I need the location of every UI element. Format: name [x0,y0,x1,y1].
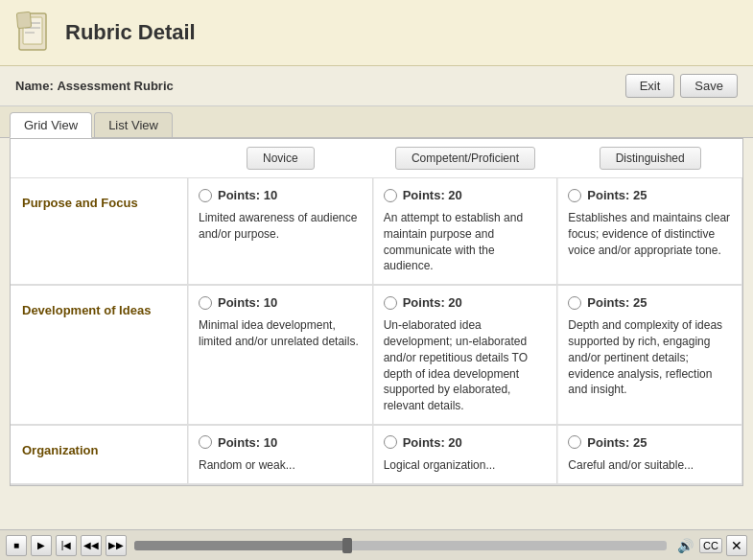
development-distinguished-radio[interactable] [568,296,581,310]
grid-table: Novice Competent/Proficient Distinguishe… [10,138,743,486]
organization-distinguished-cell: Points: 25 Careful and/or suitable... [557,426,742,483]
development-competent-points: Points: 20 [403,295,462,310]
purpose-competent-desc: An attempt to establish and maintain pur… [384,210,548,274]
progress-fill [134,541,347,550]
save-button[interactable]: Save [680,74,738,98]
development-distinguished-points: Points: 25 [587,295,647,310]
development-novice-points: Points: 10 [218,295,277,310]
novice-header: Novice [247,147,315,170]
name-value: Assessment Rubric [57,79,173,93]
purpose-distinguished-radio[interactable] [568,189,581,202]
purpose-competent-cell: Points: 20 An attempt to establish and m… [373,178,558,284]
main-content-wrapper: Novice Competent/Proficient Distinguishe… [0,138,753,496]
skip-back-button[interactable]: |◀ [56,535,77,556]
purpose-distinguished-points-row: Points: 25 [568,188,732,202]
purpose-novice-points: Points: 10 [218,188,277,202]
development-competent-points-row: Points: 20 [384,295,548,310]
progress-thumb[interactable] [342,538,352,553]
distinguished-header-cell: Distinguished [557,139,742,177]
exit-button[interactable]: Exit [625,74,675,98]
purpose-competent-radio[interactable] [384,189,397,202]
development-competent-cell: Points: 20 Un-elaborated idea developmen… [373,286,558,424]
tab-grid-view[interactable]: Grid View [10,112,92,138]
organization-distinguished-radio[interactable] [568,435,581,449]
toolbar: Name: Assessment Rubric Exit Save [0,66,753,106]
competent-header-cell: Competent/Proficient [373,139,558,177]
svg-rect-5 [16,12,31,28]
empty-header [11,139,188,177]
organization-distinguished-points-row: Points: 25 [568,435,732,450]
toolbar-buttons: Exit Save [625,74,738,98]
distinguished-header: Distinguished [600,147,701,170]
column-headers: Novice Competent/Proficient Distinguishe… [11,139,742,178]
purpose-distinguished-points: Points: 25 [587,188,647,202]
organization-competent-points: Points: 20 [403,435,462,450]
development-novice-cell: Points: 10 Minimal idea development, lim… [188,286,373,424]
organization-novice-points: Points: 10 [218,435,277,450]
competent-header: Competent/Proficient [395,147,535,170]
organization-competent-desc: Logical organization... [384,457,548,474]
rubric-icon [15,12,52,54]
organization-distinguished-desc: Careful and/or suitable... [568,457,732,474]
purpose-label: Purpose and Focus [11,178,188,284]
view-tabs: Grid View List View [0,106,753,138]
table-row: Purpose and Focus Points: 10 Limited awa… [11,178,742,286]
table-row: Organization Points: 10 Random or weak..… [11,426,742,485]
development-novice-points-row: Points: 10 [199,295,363,310]
development-distinguished-points-row: Points: 25 [568,295,732,310]
name-label: Name: [15,79,54,93]
purpose-competent-points: Points: 20 [403,188,462,202]
organization-novice-desc: Random or weak... [199,457,363,474]
novice-header-cell: Novice [188,139,373,177]
organization-distinguished-points: Points: 25 [587,435,647,450]
purpose-competent-points-row: Points: 20 [384,188,548,202]
stop-button[interactable]: ■ [6,535,27,556]
purpose-distinguished-desc: Establishes and maintains clear focus; e… [568,210,732,258]
play-button[interactable]: ▶ [31,535,52,556]
organization-novice-cell: Points: 10 Random or weak... [188,426,373,483]
organization-competent-radio[interactable] [384,435,397,449]
page-title: Rubric Detail [65,20,196,45]
page-header: Rubric Detail [0,0,753,66]
purpose-novice-radio[interactable] [199,189,212,202]
organization-novice-radio[interactable] [199,435,212,449]
development-competent-radio[interactable] [384,296,397,310]
purpose-novice-cell: Points: 10 Limited awareness of audience… [188,178,373,284]
development-distinguished-cell: Points: 25 Depth and complexity of ideas… [557,286,742,424]
progress-bar[interactable] [134,541,667,550]
purpose-novice-points-row: Points: 10 [199,188,363,202]
development-competent-desc: Un-elaborated idea development; un-elabo… [384,317,548,414]
volume-icon: 🔊 [674,535,695,556]
purpose-novice-desc: Limited awareness of audience and/or pur… [199,210,363,243]
prev-button[interactable]: ◀◀ [81,535,102,556]
tab-list-view[interactable]: List View [94,112,173,137]
next-button[interactable]: ▶▶ [106,535,127,556]
organization-novice-points-row: Points: 10 [199,435,363,450]
organization-label: Organization [11,426,188,483]
organization-competent-cell: Points: 20 Logical organization... [373,426,558,483]
development-novice-desc: Minimal idea development, limited and/or… [199,317,363,350]
development-label: Development of Ideas [11,286,188,424]
development-novice-radio[interactable] [199,296,212,310]
close-button[interactable]: ✕ [726,535,747,556]
development-distinguished-desc: Depth and complexity of ideas supported … [568,317,732,398]
purpose-distinguished-cell: Points: 25 Establishes and maintains cle… [557,178,742,284]
rubric-name: Name: Assessment Rubric [15,79,174,93]
table-row: Development of Ideas Points: 10 Minimal … [11,286,742,426]
organization-competent-points-row: Points: 20 [384,435,548,450]
player-bar: ■ ▶ |◀ ◀◀ ▶▶ 🔊 CC ✕ [0,529,753,560]
cc-button[interactable]: CC [699,538,722,553]
